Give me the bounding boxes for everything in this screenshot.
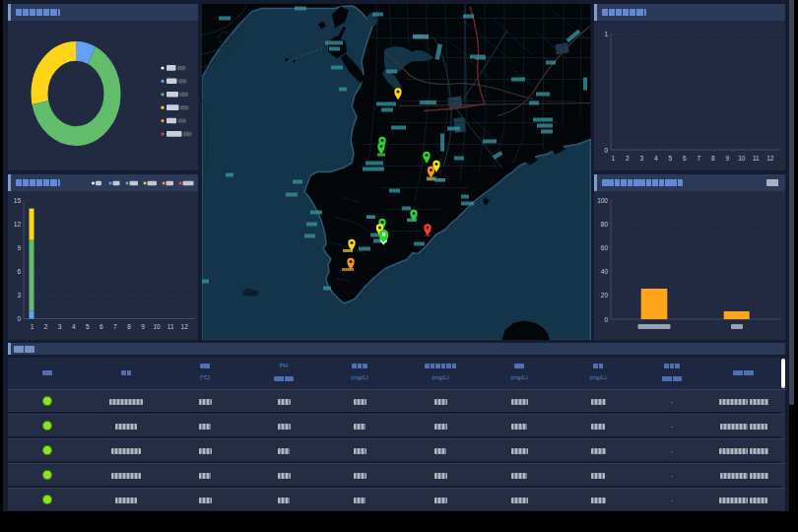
svg-text:7: 7 xyxy=(113,323,117,330)
svg-text:11: 11 xyxy=(167,323,174,330)
svg-text:15: 15 xyxy=(14,197,22,204)
svg-text:0: 0 xyxy=(604,316,608,323)
svg-text:12: 12 xyxy=(766,155,774,162)
svg-text:1: 1 xyxy=(31,323,34,330)
svg-text:0: 0 xyxy=(17,315,21,322)
svg-text:100: 100 xyxy=(597,197,608,204)
svg-text:2: 2 xyxy=(44,323,48,330)
svg-text:0: 0 xyxy=(604,147,608,154)
svg-text:1: 1 xyxy=(611,155,615,162)
svg-text:11: 11 xyxy=(753,155,760,162)
svg-text:8: 8 xyxy=(711,155,715,162)
svg-text:20: 20 xyxy=(601,292,609,299)
svg-text:80: 80 xyxy=(601,221,609,228)
svg-text:10: 10 xyxy=(153,323,161,330)
svg-text:3: 3 xyxy=(639,155,643,162)
svg-text:9: 9 xyxy=(141,323,145,330)
svg-text:4: 4 xyxy=(72,323,76,330)
svg-text:8: 8 xyxy=(127,323,131,330)
svg-text:5: 5 xyxy=(668,155,672,162)
svg-text:3: 3 xyxy=(58,323,62,330)
svg-text:9: 9 xyxy=(725,155,729,162)
svg-text:2: 2 xyxy=(626,155,630,162)
svg-text:5: 5 xyxy=(86,323,90,330)
svg-text:1: 1 xyxy=(604,31,608,37)
svg-text:6: 6 xyxy=(17,268,21,275)
svg-text:6: 6 xyxy=(683,155,687,162)
svg-text:12: 12 xyxy=(14,221,22,228)
svg-text:3: 3 xyxy=(17,292,21,299)
svg-text:6: 6 xyxy=(100,323,103,330)
svg-text:10: 10 xyxy=(738,155,746,162)
svg-text:12: 12 xyxy=(181,323,189,330)
svg-text:60: 60 xyxy=(601,244,609,251)
svg-text:40: 40 xyxy=(601,268,609,275)
svg-text:9: 9 xyxy=(17,244,21,251)
svg-text:4: 4 xyxy=(654,155,658,162)
svg-text:7: 7 xyxy=(697,155,700,162)
